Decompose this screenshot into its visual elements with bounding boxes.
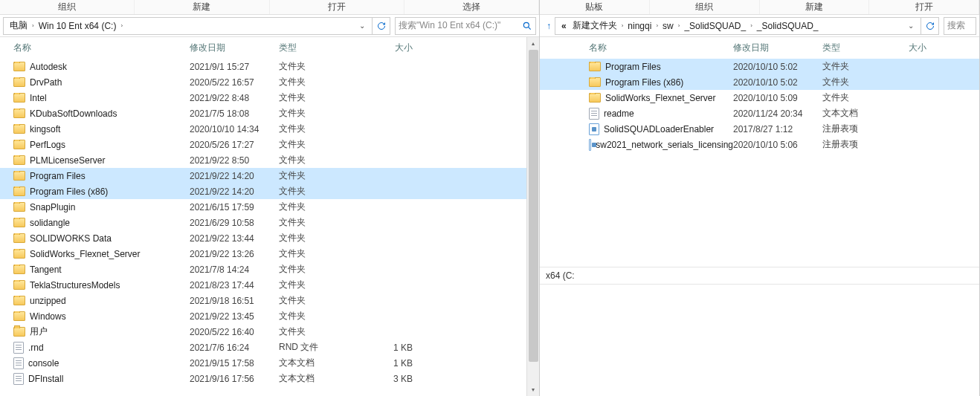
file-row[interactable]: Intel2021/9/22 8:48文件夹: [0, 90, 526, 106]
search-box-right[interactable]: 搜索: [944, 17, 976, 35]
scroll-thumb[interactable]: [529, 50, 538, 362]
ribbon-item[interactable]: 打开: [869, 0, 979, 14]
file-row[interactable]: SolidWorks_Flexnet_Server2020/10/10 5:09…: [540, 90, 979, 106]
file-row[interactable]: Program Files2020/10/10 5:02文件夹: [540, 59, 979, 74]
scroll-down-button[interactable]: ▾: [527, 383, 539, 396]
file-date: 2020/5/26 17:27: [190, 140, 279, 150]
ribbon-item[interactable]: 贴板: [540, 0, 650, 14]
file-date: 2021/9/18 16:51: [190, 296, 279, 306]
file-row[interactable]: PLMLicenseServer2021/9/22 8:50文件夹: [0, 152, 526, 168]
column-header-name[interactable]: 名称: [540, 42, 733, 54]
breadcrumb-segment[interactable]: Win 10 Ent x64 (C:): [36, 21, 120, 31]
file-date: 2021/9/22 8:48: [190, 93, 279, 103]
file-date: 2021/8/23 17:44: [190, 280, 279, 290]
breadcrumb-segment[interactable]: _SolidSQUAD_: [754, 21, 822, 31]
breadcrumb-dropdown-button[interactable]: ⌄: [355, 22, 369, 30]
file-row[interactable]: DFInstall2021/9/16 17:56文本文档3 KB: [0, 371, 526, 386]
file-row[interactable]: .rnd2021/7/6 16:24RND 文件1 KB: [0, 340, 526, 355]
file-row[interactable]: KDubaSoftDownloads2021/7/5 18:08文件夹: [0, 106, 526, 121]
ribbon-item[interactable]: 新建: [760, 0, 870, 14]
file-name: Tangent: [30, 264, 62, 275]
file-type: 文件夹: [279, 310, 368, 322]
explorer-window-left: 组织 新建 打开 选择 电脑 › Win 10 Ent x64 (C:) › ⌄…: [0, 0, 540, 396]
file-date: 2021/9/16 17:56: [190, 374, 279, 384]
breadcrumb-overflow-icon[interactable]: «: [558, 21, 570, 31]
file-row[interactable]: Program Files (x86)2020/10/10 5:02文件夹: [540, 74, 979, 90]
file-icon: [13, 342, 24, 354]
breadcrumb-dropdown-button[interactable]: ⌄: [904, 22, 918, 30]
file-row[interactable]: sw2021_network_serials_licensing2020/10/…: [540, 137, 979, 152]
file-row[interactable]: SolidWorks_Flexnet_Server2021/9/22 13:26…: [0, 246, 526, 262]
file-row[interactable]: SOLIDWORKS Data2021/9/22 13:44文件夹: [0, 230, 526, 246]
file-row[interactable]: Windows2021/9/22 13:45文件夹: [0, 308, 526, 324]
file-type: 文件夹: [822, 91, 897, 104]
refresh-button[interactable]: [373, 17, 390, 35]
column-header-name[interactable]: 名称: [0, 42, 190, 54]
breadcrumb-segment[interactable]: ningqi: [625, 21, 654, 31]
file-row[interactable]: kingsoft2020/10/10 14:34文件夹: [0, 121, 526, 137]
folder-icon: [13, 186, 25, 196]
nav-up-icon[interactable]: ↑: [543, 21, 555, 31]
file-type: 文本文档: [279, 357, 368, 369]
ribbon-item[interactable]: 组织: [0, 0, 135, 14]
column-header-type[interactable]: 类型: [279, 42, 368, 54]
file-icon: [589, 108, 599, 120]
scrollbar-vertical[interactable]: ▴ ▾: [526, 37, 539, 396]
file-date: 2021/7/5 18:08: [190, 108, 279, 119]
file-name: SOLIDWORKS Data: [30, 233, 112, 244]
column-header-date[interactable]: 修改日期: [190, 42, 279, 54]
breadcrumb-segment[interactable]: _SolidSQUAD_: [681, 21, 749, 31]
column-header-date[interactable]: 修改日期: [733, 42, 822, 54]
file-row[interactable]: 用户2020/5/22 16:40文件夹: [0, 324, 526, 340]
refresh-button[interactable]: [921, 17, 939, 35]
file-row[interactable]: DrvPath2020/5/22 16:57文件夹: [0, 74, 526, 90]
file-date: 2021/9/22 8:50: [190, 155, 279, 166]
file-type: RND 文件: [279, 341, 368, 354]
ribbon-item[interactable]: 组织: [650, 0, 760, 14]
explorer-window-right: 贴板 组织 新建 打开 ↑ « 新建文件夹 › ningqi › sw › _S…: [540, 0, 980, 396]
file-date: 2020/10/10 14:34: [190, 124, 279, 134]
file-name: Program Files (x86): [605, 77, 683, 88]
file-type: 文件夹: [279, 247, 368, 260]
file-type: 文件夹: [279, 76, 368, 88]
file-row[interactable]: console2021/9/15 17:58文本文档1 KB: [0, 355, 526, 371]
ribbon-item[interactable]: 选择: [404, 0, 539, 14]
column-header-type[interactable]: 类型: [822, 42, 897, 54]
file-size: 1 KB: [368, 343, 428, 353]
file-row[interactable]: SolidSQUADLoaderEnabler2017/8/27 1:12注册表…: [540, 121, 979, 137]
file-date: 2021/7/6 16:24: [190, 343, 279, 353]
breadcrumb-segment[interactable]: sw: [660, 21, 677, 31]
file-row[interactable]: Program Files (x86)2021/9/22 14:20文件夹: [0, 184, 526, 199]
scroll-up-button[interactable]: ▴: [527, 37, 539, 50]
search-placeholder: 搜索"Win 10 Ent x64 (C:)": [399, 19, 500, 32]
chevron-right-icon: ›: [677, 22, 682, 29]
column-header-size[interactable]: 大小: [368, 42, 428, 54]
folder-icon: [13, 108, 25, 118]
ribbon-item[interactable]: 新建: [135, 0, 269, 14]
file-row[interactable]: PerfLogs2020/5/26 17:27文件夹: [0, 137, 526, 152]
svg-point-0: [523, 22, 529, 27]
breadcrumb-left[interactable]: 电脑 › Win 10 Ent x64 (C:) › ⌄: [3, 17, 373, 35]
file-row[interactable]: TeklaStructuresModels2021/8/23 17:44文件夹: [0, 277, 526, 293]
file-row[interactable]: readme2020/11/24 20:34文本文档: [540, 106, 979, 121]
file-row[interactable]: unzipped2021/9/18 16:51文件夹: [0, 293, 526, 308]
file-row[interactable]: solidangle2021/6/29 10:58文件夹: [0, 215, 526, 230]
ribbon-left: 组织 新建 打开 选择: [0, 0, 539, 15]
chevron-right-icon: ›: [749, 22, 754, 29]
ribbon-item[interactable]: 打开: [270, 0, 404, 14]
file-row[interactable]: Autodesk2021/9/1 15:27文件夹: [0, 59, 526, 74]
breadcrumb-segment[interactable]: 新建文件夹: [570, 19, 620, 32]
file-date: 2020/10/10 5:02: [733, 62, 822, 72]
file-name: Program Files (x86): [30, 186, 108, 197]
search-box-left[interactable]: 搜索"Win 10 Ent x64 (C:)": [395, 17, 536, 35]
file-row[interactable]: Program Files2021/9/22 14:20文件夹: [0, 168, 526, 184]
breadcrumb-right[interactable]: « 新建文件夹 › ningqi › sw › _SolidSQUAD_ › _…: [555, 17, 921, 35]
file-type: 文件夹: [279, 216, 368, 229]
breadcrumb-segment[interactable]: 电脑: [7, 19, 30, 32]
column-header-size[interactable]: 大小: [897, 42, 941, 54]
file-row[interactable]: Tangent2021/7/8 14:24文件夹: [0, 262, 526, 277]
file-list-left: 名称 修改日期 类型 大小 Autodesk2021/9/1 15:27文件夹D…: [0, 37, 526, 396]
address-row-left: 电脑 › Win 10 Ent x64 (C:) › ⌄ 搜索"Win 10 E…: [0, 15, 539, 37]
file-type: 文件夹: [279, 263, 368, 276]
file-row[interactable]: SnapPlugin2021/6/15 17:59文件夹: [0, 199, 526, 215]
